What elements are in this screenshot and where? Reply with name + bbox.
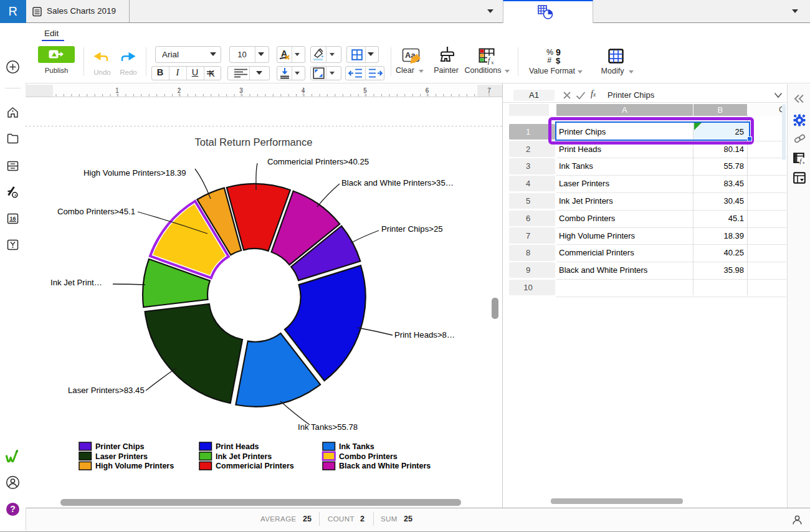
svg-text:x: x <box>492 60 494 65</box>
svg-text:Commericial Printers: Commericial Printers <box>216 462 294 470</box>
svg-text:Ink Tanks: Ink Tanks <box>339 442 374 451</box>
svg-text:Printer Chips>25: Printer Chips>25 <box>381 224 443 234</box>
svg-text:Printer Chips: Printer Chips <box>95 442 145 451</box>
svg-text:Laser Printers: Laser Printers <box>95 452 148 461</box>
svg-text:Total Return Performance: Total Return Performance <box>194 136 312 148</box>
svg-text:High Volume Printers: High Volume Printers <box>95 462 174 470</box>
svg-text:Black and White Printers: Black and White Printers <box>339 462 431 470</box>
svg-text:Commericial Printers>40.25: Commericial Printers>40.25 <box>267 157 369 166</box>
svg-text:High Volume Printers>18.39: High Volume Printers>18.39 <box>83 168 186 178</box>
svg-text:Laser Printers>83.45: Laser Printers>83.45 <box>68 386 145 395</box>
svg-text:Print Heads>8…: Print Heads>8… <box>394 330 455 340</box>
svg-text:Print Heads: Print Heads <box>216 442 259 451</box>
svg-text:Black and White Printers>35…: Black and White Printers>35… <box>341 178 454 188</box>
svg-text:Combo Printers: Combo Printers <box>339 452 398 461</box>
svg-text:Ink Tanks>55.78: Ink Tanks>55.78 <box>298 422 358 432</box>
svg-text:Ink Jet Print…: Ink Jet Print… <box>50 278 102 287</box>
svg-text:Combo Printers>45.1: Combo Printers>45.1 <box>57 207 135 216</box>
svg-text:Ink Jet Printers: Ink Jet Printers <box>216 452 272 461</box>
svg-text:16: 16 <box>9 216 16 222</box>
